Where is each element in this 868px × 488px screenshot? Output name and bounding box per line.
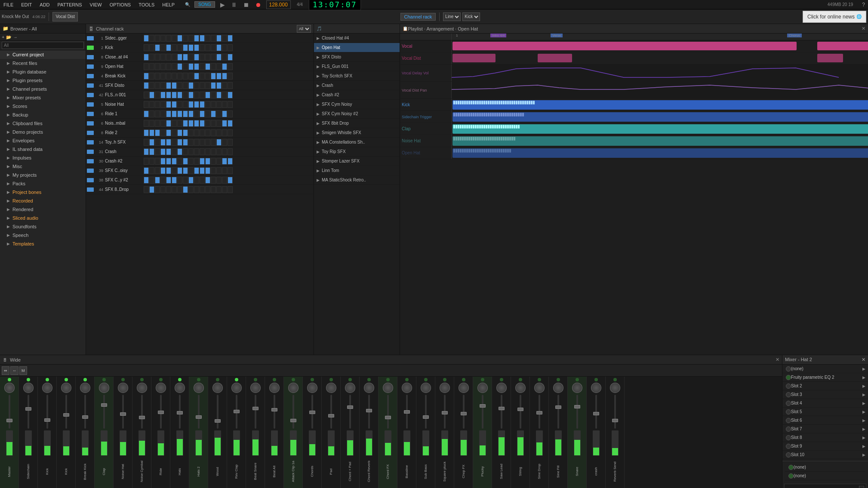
- pad-16-14[interactable]: [222, 186, 227, 193]
- pad-13-11[interactable]: [205, 158, 210, 165]
- led-7[interactable]: [140, 378, 144, 381]
- pad-2-7[interactable]: [183, 54, 188, 61]
- sidebar-item-rendered[interactable]: ▶Rendered: [0, 205, 86, 214]
- pad-7-15[interactable]: [228, 101, 233, 108]
- pad-6-13[interactable]: [216, 92, 222, 98]
- track-content-vocal-dist-pan[interactable]: [452, 82, 868, 98]
- clip-clap[interactable]: ▊▊▊▊▊▊▊▊▊▊▊▊▊▊▊▊▊▊▊▊▊▊▊▊▊▊▊▊▊▊▊: [452, 124, 868, 134]
- arrow-icon[interactable]: →: [13, 35, 17, 40]
- pad-2-0[interactable]: [144, 54, 149, 61]
- pad-7-6[interactable]: [177, 101, 182, 108]
- pad-5-5[interactable]: [172, 82, 177, 89]
- fader-knob-20[interactable]: [385, 416, 391, 419]
- pad-7-10[interactable]: [200, 101, 205, 108]
- pad-10-11[interactable]: [205, 129, 210, 136]
- pad-8-12[interactable]: [211, 110, 216, 117]
- pad-10-2[interactable]: [155, 129, 160, 136]
- pad-4-7[interactable]: [183, 73, 188, 80]
- slot-arrow-2[interactable]: ▶: [862, 384, 865, 388]
- pad-12-9[interactable]: [194, 148, 199, 155]
- pad-1-4[interactable]: [166, 44, 171, 51]
- pad-15-10[interactable]: [200, 177, 205, 184]
- plugin-slot-7[interactable]: Slot 7 ▶: [782, 425, 868, 433]
- pad-2-11[interactable]: [205, 54, 210, 61]
- pad-7-7[interactable]: [183, 101, 188, 108]
- pad-8-0[interactable]: [144, 110, 149, 117]
- plugin-slot-8[interactable]: Slot 8 ▶: [782, 433, 868, 442]
- pad-14-11[interactable]: [205, 167, 210, 174]
- song-mode-btn[interactable]: SONG: [194, 1, 215, 8]
- pad-3-5[interactable]: [172, 63, 177, 70]
- led-6[interactable]: [121, 378, 125, 381]
- pad-1-5[interactable]: [172, 44, 177, 51]
- slot-power-0[interactable]: [786, 366, 791, 371]
- pad-5-10[interactable]: [200, 82, 205, 89]
- level-meter-27[interactable]: [517, 430, 524, 456]
- pad-12-12[interactable]: [211, 148, 216, 155]
- pad-12-13[interactable]: [216, 148, 222, 155]
- pad-11-10[interactable]: [200, 139, 205, 146]
- pad-13-13[interactable]: [216, 158, 222, 165]
- pad-1-2[interactable]: [155, 44, 160, 51]
- pad-3-11[interactable]: [205, 63, 210, 70]
- slot-arrow-0[interactable]: ▶: [862, 367, 865, 371]
- led-16[interactable]: [311, 378, 314, 381]
- mixer-close-icon[interactable]: ✕: [776, 357, 779, 362]
- sidebar-item-channel-presets[interactable]: ▶Channel presets: [0, 85, 86, 93]
- fader-knob-26[interactable]: [499, 407, 505, 410]
- pad-6-2[interactable]: [155, 92, 160, 98]
- send-knob-12[interactable]: [231, 383, 242, 393]
- pad-1-10[interactable]: [200, 44, 205, 51]
- pad-8-14[interactable]: [222, 110, 227, 117]
- send-knob-20[interactable]: [383, 383, 393, 393]
- pad-2-14[interactable]: [222, 54, 227, 61]
- channel-row-14[interactable]: 39 SFX C..oisy: [86, 166, 314, 175]
- pad-11-9[interactable]: [194, 139, 199, 146]
- pad-5-8[interactable]: [188, 82, 194, 89]
- level-meter-3[interactable]: [63, 430, 70, 456]
- pad-14-12[interactable]: [211, 167, 216, 174]
- fader-knob-27[interactable]: [517, 408, 523, 411]
- fader-knob-17[interactable]: [328, 414, 334, 417]
- level-meter-1[interactable]: [25, 430, 32, 456]
- led-22[interactable]: [424, 378, 428, 381]
- pad-3-7[interactable]: [183, 63, 188, 70]
- pad-0-12[interactable]: [211, 35, 216, 42]
- pad-15-13[interactable]: [216, 177, 222, 184]
- instrument-item-7[interactable]: ▶ SFX Cym Noisy: [314, 100, 400, 109]
- pad-13-10[interactable]: [200, 158, 205, 165]
- send-knob-31[interactable]: [591, 383, 601, 393]
- pad-7-5[interactable]: [172, 101, 177, 108]
- pad-1-6[interactable]: [177, 44, 182, 51]
- channel-row-11[interactable]: 14 Toy..h SFX: [86, 138, 314, 147]
- fader-knob-2[interactable]: [44, 418, 50, 422]
- pad-3-0[interactable]: [144, 63, 149, 70]
- pad-12-8[interactable]: [188, 148, 194, 155]
- send-btn-2[interactable]: [788, 473, 794, 479]
- fader-knob-16[interactable]: [309, 411, 315, 414]
- level-meter-4[interactable]: [82, 430, 89, 456]
- menu-add[interactable]: ADD: [38, 1, 51, 8]
- led-17[interactable]: [329, 378, 333, 381]
- mixer-stereo-btn[interactable]: ⇔: [2, 366, 9, 375]
- pad-15-6[interactable]: [177, 177, 182, 184]
- pad-4-5[interactable]: [172, 73, 177, 80]
- slot-arrow-8[interactable]: ▶: [862, 436, 865, 440]
- led-9[interactable]: [178, 378, 182, 381]
- pad-1-9[interactable]: [194, 44, 199, 51]
- pad-8-4[interactable]: [166, 110, 171, 117]
- led-5[interactable]: [102, 378, 106, 381]
- level-meter-13[interactable]: [252, 430, 259, 456]
- pad-1-1[interactable]: [149, 44, 154, 51]
- led-20[interactable]: [386, 378, 390, 381]
- pad-13-2[interactable]: [155, 158, 160, 165]
- instrument-item-9[interactable]: ▶ SFX 8bit Drop: [314, 119, 400, 128]
- pad-12-11[interactable]: [205, 148, 210, 155]
- track-content-clap[interactable]: ▊▊▊▊▊▊▊▊▊▊▊▊▊▊▊▊▊▊▊▊▊▊▊▊▊▊▊▊▊▊▊: [452, 123, 868, 135]
- level-meter-31[interactable]: [593, 430, 600, 456]
- pad-6-0[interactable]: [144, 92, 149, 98]
- fader-knob-12[interactable]: [234, 410, 240, 413]
- channel-row-8[interactable]: 6 Ride 1: [86, 109, 314, 119]
- pad-16-13[interactable]: [216, 186, 222, 193]
- pad-10-4[interactable]: [166, 129, 171, 136]
